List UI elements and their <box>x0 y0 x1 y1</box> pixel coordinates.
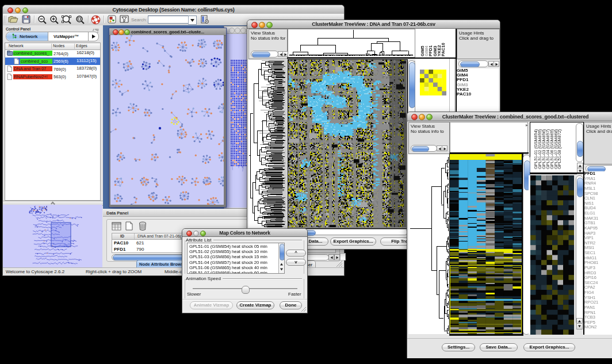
tv1-gene-dendrogram[interactable] <box>248 60 287 228</box>
tv1-hints-scrollbar[interactable] <box>458 60 488 67</box>
attribute-list-item[interactable]: GPL51-06 (GSM865) heat shock 40 min <box>189 265 267 270</box>
new-attribute-icon[interactable] <box>125 221 133 233</box>
main-titlebar[interactable]: Cytoscape Desktop (Session Name: collins… <box>3 5 344 14</box>
attribute-list-item[interactable]: GPL51-02 (GSM855) heat shock 10 min <box>189 249 267 254</box>
delete-attribute-icon[interactable] <box>138 221 147 233</box>
data-row-0-val[interactable]: 621 <box>136 240 144 246</box>
col-network[interactable]: Network <box>9 44 24 48</box>
annotation-icon[interactable] <box>200 15 209 26</box>
frame2-close-button[interactable] <box>229 28 235 33</box>
network-doc-icon <box>7 66 12 72</box>
tv2-gene-label[interactable]: MON2 <box>584 325 612 330</box>
attribute-list-item[interactable]: GPL51-01 (GSM854) heat shock 05 min <box>189 244 267 249</box>
tv2-heatmap[interactable] <box>449 154 523 336</box>
tv1-col-label[interactable]: PAC10 <box>441 43 446 56</box>
decor <box>27 16 28 18</box>
scrollbar-thumb[interactable] <box>460 62 480 67</box>
search-input[interactable] <box>148 16 189 24</box>
data-row-0-id[interactable]: PAC10 <box>114 240 128 246</box>
tv2-zoom-vscrollbar[interactable] <box>576 175 583 325</box>
frame1-network-view-canvas[interactable] <box>110 35 224 205</box>
tab-network[interactable]: Network <box>6 32 48 41</box>
tv2-zoom-heatmap[interactable] <box>530 175 574 335</box>
tv2-zoom-down[interactable] <box>576 323 583 329</box>
attribute-list[interactable]: GPL51-01 (GSM854) heat shock 05 minGPL51… <box>187 243 285 274</box>
scrollbar-thumb[interactable] <box>409 62 415 108</box>
data-row-1-val[interactable]: 790 <box>136 247 144 252</box>
tv1-array-dendrogram[interactable] <box>288 29 415 58</box>
tv2-status-scrollbar[interactable] <box>411 145 437 152</box>
network-row-0[interactable]: combined_scores_2764(0)16218(0) <box>5 49 100 58</box>
network-row-3[interactable]: RNAPuberNov2+!563(0)107847(0) <box>5 73 100 81</box>
attribute-list-item[interactable]: GPL51-07 (GSM868) heat shock 60 min <box>189 270 267 274</box>
tv2-zoom-heatmap-canvas[interactable] <box>530 175 574 335</box>
tv1-heatmap[interactable] <box>288 59 408 229</box>
move-up-button[interactable]: ^ <box>286 250 306 256</box>
filter-icon[interactable] <box>120 15 129 26</box>
save-icon[interactable] <box>22 15 30 26</box>
scrollbar-thumb[interactable] <box>280 244 285 260</box>
attribute-list-scrollbar[interactable] <box>278 243 284 273</box>
tv2-col-label[interactable]: GPL51-08 (GSM872) <box>557 129 562 169</box>
data-scroll-left[interactable] <box>328 254 334 260</box>
tv1-button-export-graphics---[interactable]: Export Graphics... <box>330 237 376 246</box>
data-scroll-right[interactable] <box>334 254 340 260</box>
tv1-titlebar[interactable]: ClusterMaker TreeView : DNA and Tran 07-… <box>247 20 500 29</box>
animation-speed-slider[interactable] <box>193 286 297 293</box>
attr-scroll-up[interactable] <box>279 262 284 267</box>
search-dropdown-button[interactable] <box>188 16 197 25</box>
tv2-button-export-graphics---[interactable]: Export Graphics... <box>523 343 575 351</box>
frame2-minimize-button[interactable] <box>235 28 240 33</box>
decor <box>182 299 307 300</box>
tv1-summary-matrix[interactable] <box>420 70 446 95</box>
birdseye-view[interactable] <box>3 205 102 267</box>
data-row-1-id[interactable]: PFD1 <box>114 247 125 252</box>
col-edges[interactable]: Edges <box>76 44 87 48</box>
tv1-array-dendrogram-canvas[interactable] <box>288 29 414 56</box>
tv1-heatmap-canvas[interactable] <box>288 60 406 227</box>
tv2-titlebar[interactable]: ClusterMaker TreeView : combined_scores_… <box>407 112 612 121</box>
slider-thumb[interactable] <box>242 286 250 294</box>
decor <box>61 15 73 25</box>
scrollbar-thumb[interactable] <box>412 146 429 152</box>
tv2-button-save-data---[interactable]: Save Data... <box>480 343 518 351</box>
tv2-collabel-vscrollbar[interactable] <box>576 123 583 162</box>
faster-label: Faster <box>288 292 301 297</box>
scrollbar-thumb[interactable] <box>577 178 583 197</box>
scrollbar-thumb[interactable] <box>252 52 270 58</box>
tab-vizmapper[interactable]: VizMapper™ <box>48 32 88 41</box>
attribute-table-icon[interactable] <box>112 222 121 233</box>
scrollbar-thumb[interactable] <box>577 141 583 157</box>
tv2-gene-dendrogram-canvas[interactable] <box>408 154 449 334</box>
tv2-status-scroll-right[interactable] <box>442 145 447 151</box>
network-frame-1[interactable]: combined_scores_good.txt--cluste... <box>109 28 227 208</box>
dialog-button-create-vizmap[interactable]: Create Vizmap <box>236 301 274 309</box>
tv2-heatmap-canvas[interactable] <box>450 154 522 334</box>
tv1-gene-label[interactable]: PAC10 <box>457 92 499 97</box>
tv1-status-scrollbar[interactable] <box>251 51 278 58</box>
tv2-gene-dendrogram[interactable] <box>408 154 449 334</box>
tab-overflow-arrow[interactable] <box>88 32 99 41</box>
vizmapper-nodes-icon[interactable] <box>108 15 116 26</box>
frame2-zoom-button[interactable] <box>240 28 246 33</box>
birdseye-view-canvas[interactable] <box>3 205 102 267</box>
dialog-resize-grip[interactable] <box>301 306 307 312</box>
frame1-network-view[interactable] <box>110 35 224 205</box>
move-down-button[interactable]: v <box>286 259 306 266</box>
dialog-titlebar[interactable]: Map Colors to Network <box>182 229 307 237</box>
main-resize-grip[interactable] <box>336 260 343 267</box>
datacol-id[interactable]: ID <box>120 234 124 238</box>
attribute-list-item[interactable]: GPL51-04 (GSM857) heat shock 20 min <box>189 260 267 265</box>
tv1-gene-dendrogram-canvas[interactable] <box>248 60 287 228</box>
open-folder-icon[interactable] <box>8 15 19 26</box>
network-row-1[interactable]: combined_sco2569(6)13112(15) <box>5 58 100 66</box>
dialog-button-done[interactable]: Done <box>280 301 302 309</box>
tv2-button-settings---[interactable]: Settings... <box>442 343 475 351</box>
datacol-attr[interactable]: DNA and Tran 07-21-06( <box>137 234 181 238</box>
col-nodes[interactable]: Nodes <box>53 44 64 48</box>
dialog-button-animate-vizmap[interactable]: Animate Vizmap <box>190 301 233 309</box>
attr-scroll-down[interactable] <box>279 267 284 272</box>
attribute-list-item[interactable]: GPL51-03 (GSM856) heat shock 15 min <box>189 254 267 259</box>
network-row-2[interactable]: DNA and Tran 07769(0)183728(0) <box>5 65 100 73</box>
tv1-hints-scroll-right[interactable] <box>494 61 499 67</box>
